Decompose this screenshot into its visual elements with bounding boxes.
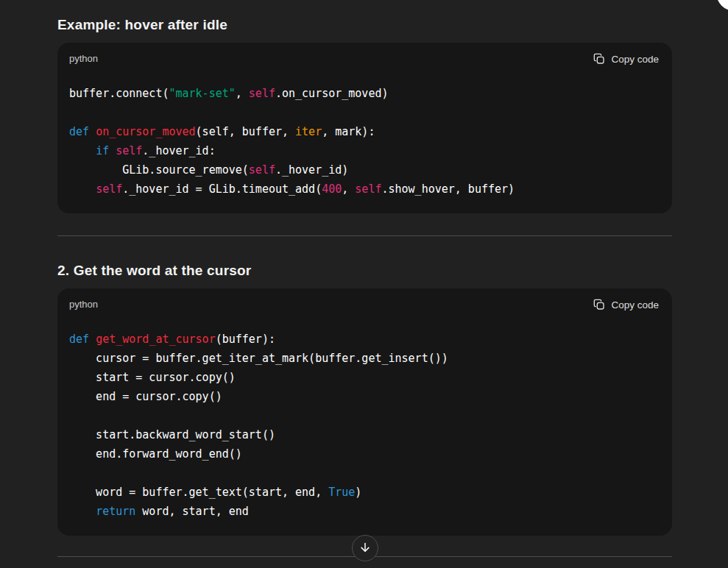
- corner-widget-circle[interactable]: [716, 0, 728, 11]
- code-content: buffer.connect("mark-set", self.on_curso…: [57, 69, 672, 213]
- code-content: def get_word_at_cursor(buffer): cursor =…: [57, 315, 672, 536]
- code-line: start.backward_word_start(): [69, 425, 660, 444]
- chat-content-column: Example: hover after idle python Copy co…: [57, 0, 672, 557]
- code-line: [69, 406, 660, 425]
- copy-code-button[interactable]: Copy code: [593, 299, 659, 310]
- code-line: end = cursor.copy(): [69, 387, 660, 406]
- code-line: cursor = buffer.get_iter_at_mark(buffer.…: [69, 349, 660, 368]
- language-label: python: [69, 53, 98, 65]
- scroll-to-bottom-button[interactable]: [352, 535, 378, 561]
- code-line: start = cursor.copy(): [69, 368, 660, 387]
- code-line: buffer.connect("mark-set", self.on_curso…: [69, 84, 660, 103]
- copy-code-button[interactable]: Copy code: [593, 53, 659, 65]
- copy-code-label: Copy code: [611, 54, 659, 65]
- code-line: return word, start, end: [69, 502, 660, 521]
- code-line: [69, 103, 660, 122]
- code-line: def get_word_at_cursor(buffer):: [69, 330, 660, 349]
- section-divider: [57, 235, 672, 236]
- code-block-1: python Copy code buffer.connect("mark-se…: [57, 43, 672, 213]
- code-block-2-header: python Copy code: [57, 288, 672, 315]
- down-arrow-icon: [358, 541, 372, 556]
- section-heading-example-hover-after-idle: Example: hover after idle: [57, 16, 672, 34]
- code-line: def on_cursor_moved(self, buffer, iter, …: [69, 122, 660, 141]
- chat-page: { "colors": { "page_bg": "#212121", "cod…: [0, 0, 728, 568]
- code-line: self._hover_id = GLib.timeout_add(400, s…: [69, 180, 660, 199]
- code-line: word = buffer.get_text(start, end, True): [69, 483, 660, 502]
- copy-code-label: Copy code: [611, 299, 659, 310]
- code-line: GLib.source_remove(self._hover_id): [69, 160, 660, 180]
- code-line: end.forward_word_end(): [69, 444, 660, 464]
- language-label: python: [69, 299, 98, 310]
- copy-icon: [593, 299, 605, 310]
- section-heading-get-word-at-cursor: 2. Get the word at the cursor: [57, 262, 672, 280]
- code-line: if self._hover_id:: [69, 141, 660, 160]
- code-line: [69, 464, 660, 483]
- code-block-2: python Copy code def get_word_at_cursor(…: [57, 288, 672, 536]
- copy-icon: [593, 53, 605, 65]
- code-block-1-header: python Copy code: [57, 43, 672, 69]
